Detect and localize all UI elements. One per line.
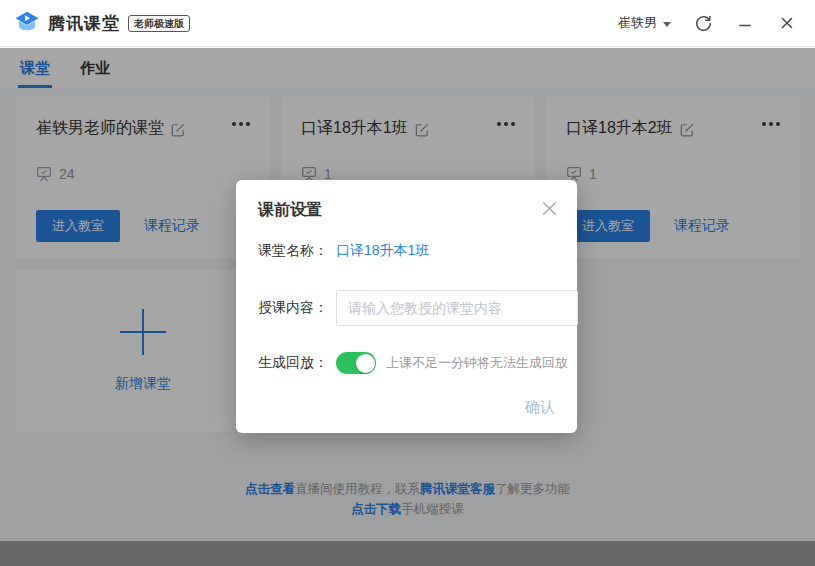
app-title: 腾讯课堂 bbox=[48, 12, 120, 35]
logo-area: 腾讯课堂 老师极速版 bbox=[14, 10, 190, 36]
course-content-input[interactable] bbox=[336, 290, 578, 326]
minimize-button[interactable] bbox=[735, 13, 755, 33]
replay-note: 上课不足一分钟将无法生成回放 bbox=[386, 354, 568, 372]
replay-row: 生成回放： 上课不足一分钟将无法生成回放 bbox=[258, 352, 568, 374]
classroom-name-value: 口译18升本1班 bbox=[336, 242, 429, 260]
replay-toggle[interactable] bbox=[336, 352, 376, 374]
app-window: 腾讯课堂 老师极速版 崔轶男 bbox=[0, 0, 815, 566]
course-content-row: 授课内容： bbox=[258, 290, 578, 326]
pre-class-settings-dialog: 课前设置 课堂名称： 口译18升本1班 授课内容： 生成回放： 上课不足一分钟将… bbox=[236, 180, 577, 433]
app-header: 腾讯课堂 老师极速版 崔轶男 bbox=[0, 0, 815, 47]
chevron-down-icon bbox=[663, 22, 671, 27]
user-name: 崔轶男 bbox=[618, 14, 657, 32]
close-icon bbox=[780, 16, 794, 30]
close-icon bbox=[541, 200, 558, 217]
refresh-icon bbox=[695, 15, 712, 32]
refresh-button[interactable] bbox=[693, 13, 713, 33]
classroom-name-row: 课堂名称： 口译18升本1班 bbox=[258, 242, 429, 260]
app-logo-icon bbox=[14, 10, 40, 36]
confirm-button[interactable]: 确认 bbox=[525, 398, 555, 417]
dialog-close-button[interactable] bbox=[539, 198, 559, 218]
edition-badge: 老师极速版 bbox=[128, 15, 190, 32]
close-button[interactable] bbox=[777, 13, 797, 33]
window-controls: 崔轶男 bbox=[618, 13, 797, 33]
user-menu[interactable]: 崔轶男 bbox=[618, 14, 671, 32]
classroom-name-label: 课堂名称： bbox=[258, 242, 336, 260]
toggle-knob bbox=[356, 354, 375, 373]
dialog-title: 课前设置 bbox=[258, 200, 322, 221]
replay-label: 生成回放： bbox=[258, 354, 336, 372]
course-content-label: 授课内容： bbox=[258, 299, 336, 317]
minimize-icon bbox=[738, 16, 752, 30]
